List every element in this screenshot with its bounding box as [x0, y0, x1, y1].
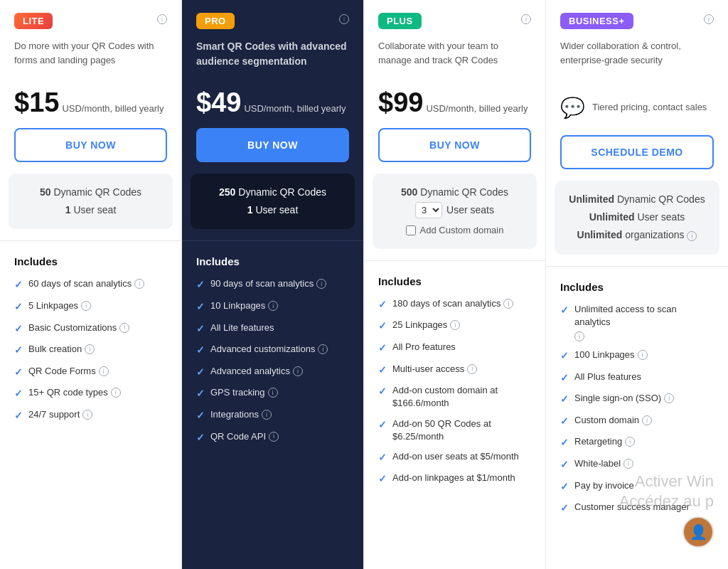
feature-label: 5 Linkpages — [28, 299, 78, 312]
feature-item: ✓100 Linkpagesi — [560, 349, 714, 363]
plan-header-business: BUSINESS+iWider collaboration & control,… — [546, 0, 728, 80]
feature-info-icon-lite-2[interactable]: i — [119, 323, 129, 333]
feature-info-icon-lite-6[interactable]: i — [82, 410, 92, 420]
plan-limits-plus: 500 Dynamic QR Codes12345 User seats Add… — [373, 174, 537, 249]
feature-text: Pay by invoice — [574, 479, 634, 492]
feature-label: White-label — [574, 457, 621, 470]
feature-info-icon-pro-3[interactable]: i — [318, 344, 328, 354]
feature-item: ✓Customer success manager — [560, 501, 714, 516]
btn-business[interactable]: SCHEDULE DEMO — [560, 135, 714, 169]
feature-label: Multi-user access — [392, 363, 464, 376]
feature-item: ✓Add-on custom domain at $166.6/month — [378, 384, 531, 410]
includes-title-pro: Includes — [196, 255, 349, 267]
feature-info-icon-lite-5[interactable]: i — [111, 388, 121, 398]
check-icon: ✓ — [14, 344, 23, 358]
feature-info-icon-business-4[interactable]: i — [642, 415, 652, 425]
feature-text: 180 days of scan analyticsi — [392, 297, 513, 310]
check-icon: ✓ — [14, 387, 23, 401]
qr-codes-line-business: Unlimited Dynamic QR Codes — [566, 191, 708, 208]
btn-lite[interactable]: BUY NOW — [14, 128, 167, 162]
feature-info-icon-plus-1[interactable]: i — [450, 320, 460, 330]
check-icon: ✓ — [378, 472, 387, 486]
feature-label: Unlimited access to scan analytics — [574, 303, 714, 329]
plan-col-business: BUSINESS+iWider collaboration & control,… — [546, 0, 728, 569]
check-icon: ✓ — [196, 322, 205, 336]
feature-info-icon-pro-4[interactable]: i — [293, 366, 303, 376]
feature-text: Customer success manager — [574, 501, 690, 514]
feature-info-icon-business-5[interactable]: i — [625, 437, 635, 447]
check-icon: ✓ — [378, 363, 387, 378]
feature-text: Integrationsi — [210, 408, 272, 421]
feature-item: ✓White-labeli — [560, 457, 714, 472]
plan-header-pro: PROiSmart QR Codes with advanced audienc… — [182, 0, 363, 80]
feature-text: Multi-user accessi — [392, 363, 477, 376]
feature-label: QR Code Forms — [28, 365, 96, 378]
feature-info-icon-pro-7[interactable]: i — [269, 432, 279, 442]
feature-text: All Plus features — [574, 371, 641, 383]
custom-domain-checkbox[interactable] — [406, 225, 416, 235]
feature-text: All Lite features — [210, 321, 274, 334]
feature-item: ✓180 days of scan analyticsi — [378, 297, 531, 312]
feature-item: ✓All Plus features — [560, 371, 714, 385]
orgs-line-business: Unlimited organizationsi — [566, 226, 708, 244]
feature-info-icon-pro-0[interactable]: i — [316, 279, 326, 289]
plan-info-icon-business[interactable]: i — [704, 14, 714, 24]
feature-item: ✓10 Linkpagesi — [196, 299, 349, 314]
feature-item: ✓15+ QR code typesi — [14, 386, 167, 401]
feature-item: ✓Single sign-on (SSO)i — [560, 392, 714, 407]
feature-info-icon-pro-1[interactable]: i — [268, 301, 278, 311]
check-icon: ✓ — [560, 304, 569, 318]
plan-limits-lite: 50 Dynamic QR Codes1 User seat — [9, 174, 173, 229]
seats-row: 12345 User seats — [384, 201, 525, 219]
feature-info-icon-lite-0[interactable]: i — [134, 279, 144, 289]
check-icon: ✓ — [378, 298, 387, 312]
feature-info-icon-business-6[interactable]: i — [623, 459, 633, 469]
seats-select[interactable]: 12345 — [415, 202, 442, 218]
plan-price-section-lite: $15USD/month, billed yearly — [0, 80, 181, 128]
feature-text: 5 Linkpagesi — [28, 299, 91, 312]
check-icon: ✓ — [378, 341, 387, 356]
feature-info-icon-pro-5[interactable]: i — [268, 388, 278, 398]
plan-info-icon-pro[interactable]: i — [339, 14, 349, 24]
plan-price-section-business: 💬Tiered pricing, contact sales — [546, 80, 728, 135]
feature-text: QR Code Formsi — [28, 365, 109, 378]
btn-plus[interactable]: BUY NOW — [378, 128, 531, 162]
feature-label: Add-on 50 QR Codes at $6.25/month — [392, 418, 531, 443]
check-icon: ✓ — [560, 458, 569, 472]
feature-label: Advanced customizations — [210, 343, 315, 356]
feature-label: Basic Customizations — [28, 321, 117, 334]
feature-item: ✓Integrationsi — [196, 408, 349, 423]
feature-text: Basic Customizationsi — [28, 321, 129, 334]
feature-info-icon-lite-3[interactable]: i — [85, 344, 95, 354]
feature-label: All Pro features — [392, 341, 456, 353]
feature-info-icon-plus-3[interactable]: i — [467, 364, 477, 374]
feature-text: QR Code APIi — [210, 430, 279, 443]
check-icon: ✓ — [14, 278, 23, 292]
feature-label: Retargeting — [574, 435, 622, 448]
seats-line-pro: 1 User seat — [202, 201, 343, 219]
plan-badge-lite: LITE — [14, 13, 53, 29]
feature-info-icon-pro-6[interactable]: i — [262, 410, 272, 420]
btn-pro[interactable]: BUY NOW — [196, 128, 349, 162]
feature-info-icon-plus-0[interactable]: i — [503, 299, 513, 309]
avatar[interactable]: 👤 — [682, 516, 714, 548]
plan-price-amount-lite: $15 — [14, 87, 59, 117]
feature-text: Custom domaini — [574, 414, 652, 427]
plan-tagline-pro: Smart QR Codes with advanced audience se… — [196, 39, 349, 70]
plan-price-section-plus: $99USD/month, billed yearly — [364, 80, 545, 128]
feature-info-icon-business-1[interactable]: i — [638, 350, 648, 360]
check-icon: ✓ — [560, 480, 569, 494]
feature-text: 90 days of scan analyticsi — [210, 277, 326, 290]
orgs-info-icon[interactable]: i — [687, 231, 697, 241]
plan-tagline-lite: Do more with your QR Codes with forms an… — [14, 39, 167, 70]
plan-info-icon-lite[interactable]: i — [157, 14, 167, 24]
plan-col-pro: PROiSmart QR Codes with advanced audienc… — [182, 0, 364, 569]
feature-info-icon-business-3[interactable]: i — [664, 393, 674, 403]
feature-info-icon-lite-1[interactable]: i — [81, 301, 91, 311]
feature-item: ✓GPS trackingi — [196, 386, 349, 401]
feature-info-icon-business-0[interactable]: i — [574, 331, 584, 341]
feature-text: Add-on 50 QR Codes at $6.25/month — [392, 418, 531, 443]
check-icon: ✓ — [560, 371, 569, 385]
feature-info-icon-lite-4[interactable]: i — [99, 366, 109, 376]
plan-info-icon-plus[interactable]: i — [521, 14, 531, 24]
